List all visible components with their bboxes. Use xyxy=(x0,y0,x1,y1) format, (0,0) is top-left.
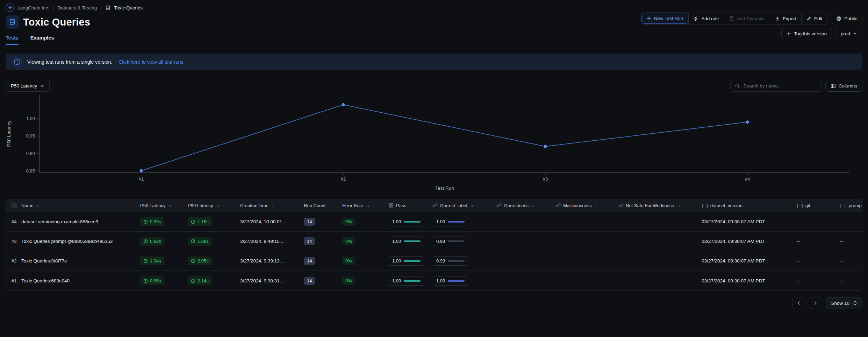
new-test-run-button[interactable]: New Test Run xyxy=(641,13,689,24)
bolt-icon xyxy=(694,16,698,21)
database-icon xyxy=(105,5,110,10)
chart-point[interactable] xyxy=(342,103,345,106)
pagination: Show 10 xyxy=(6,297,862,309)
export-button[interactable]: Export xyxy=(770,13,801,24)
chart-point[interactable] xyxy=(140,169,143,173)
add-example-button[interactable]: Add Example xyxy=(724,13,770,24)
score-box: 0.93 xyxy=(433,256,468,266)
score-box: 1.00 xyxy=(389,237,424,246)
page-size-dropdown[interactable]: Show 10 xyxy=(826,297,862,309)
public-button[interactable]: Public xyxy=(831,13,862,24)
x-tick-label: #1 xyxy=(139,176,144,182)
braces-icon: {⋯} xyxy=(797,203,803,208)
column-header-p50[interactable]: P50 Latency↑↓ xyxy=(140,203,188,208)
sort-icon[interactable]: ↑↓ xyxy=(216,203,218,208)
column-header-p99[interactable]: P99 Latency↑↓ xyxy=(188,203,240,208)
column-header-name[interactable]: Name↑↓ xyxy=(21,203,140,208)
y-tick-label: 0.90 xyxy=(26,151,35,156)
table-row[interactable]: #4dataset versioning example:856cee90.99… xyxy=(6,212,862,232)
select-all-checkbox[interactable] xyxy=(12,203,17,208)
column-label: P99 Latency xyxy=(188,203,213,208)
breadcrumb-org[interactable]: LangChain Inc. xyxy=(17,5,49,10)
add-rule-button[interactable]: Add rule xyxy=(688,13,724,24)
column-label: Name xyxy=(21,203,34,208)
version-info-banner: Viewing test runs from a single version.… xyxy=(6,54,862,70)
page-title: Toxic Queries xyxy=(23,16,90,28)
sort-icon[interactable]: ↑↓ xyxy=(532,203,534,208)
clock-icon xyxy=(143,239,148,244)
column-header-prompt: {⋯}prompt xyxy=(840,203,862,208)
sort-icon[interactable]: ↑↓ xyxy=(595,203,597,208)
column-header-creation[interactable]: Creation Time↓ xyxy=(240,203,304,208)
pass-score: 1.00 xyxy=(389,256,433,266)
stepper-icon xyxy=(853,301,857,306)
dataset-icon xyxy=(6,15,19,29)
search-input[interactable] xyxy=(744,83,817,89)
column-label: Pass xyxy=(396,203,406,208)
view-all-test-runs-link[interactable]: Click here to view all test runs xyxy=(119,59,183,65)
sort-icon[interactable]: ↑↓ xyxy=(470,203,473,208)
table-row[interactable]: #1Toxic Queries:683e0400.85s2.14s3/27/20… xyxy=(6,271,862,290)
sort-icon[interactable]: ↑↓ xyxy=(366,203,369,208)
column-header-correct_label[interactable]: Correct_label↑↓ xyxy=(433,203,497,208)
link-icon xyxy=(556,203,561,208)
column-header-correctness[interactable]: Correctness↑↓ xyxy=(497,203,556,208)
select-all-cell[interactable] xyxy=(6,203,21,208)
search-input-wrapper xyxy=(730,80,822,92)
table-row[interactable]: #2Toxic Queries:fb8f77e1.04s2.05s3/27/20… xyxy=(6,251,862,271)
run-rank: #2 xyxy=(6,258,21,264)
table-header-row: Name↑↓P50 Latency↑↓P99 Latency↑↓Creation… xyxy=(6,199,862,212)
link-icon xyxy=(618,203,623,208)
columns-button[interactable]: Columns xyxy=(825,80,862,92)
column-header-nsfw[interactable]: Not Safe For Workiness↑↓ xyxy=(618,203,702,208)
x-tick-label: #3 xyxy=(543,176,548,182)
pass-score: 1.00 xyxy=(389,237,433,246)
column-label: prompt xyxy=(849,203,862,208)
column-header-maliciousness[interactable]: Maliciousness↑↓ xyxy=(556,203,618,208)
sort-icon[interactable]: ↑↓ xyxy=(677,203,680,208)
action-button-group: New Test Run Add rule Add Example xyxy=(641,13,828,24)
dataset-version: 03/27/2024, 09:38:07 AM PDT xyxy=(702,239,797,244)
next-page-button[interactable] xyxy=(809,297,822,309)
chart-point[interactable] xyxy=(544,145,547,148)
p50-latency-badge: 0.85s xyxy=(140,276,188,285)
tab-examples[interactable]: Examples xyxy=(30,35,54,45)
breadcrumb-section[interactable]: Datasets & Testing xyxy=(58,5,97,10)
error-rate-badge: 0% xyxy=(342,218,389,226)
column-label: P50 Latency xyxy=(140,203,165,208)
prev-page-button[interactable] xyxy=(792,297,805,309)
chart-point[interactable] xyxy=(746,120,749,124)
creation-time: 3/27/2024, 9:49:15 ... xyxy=(240,239,304,244)
git-metadata: -- xyxy=(797,219,840,224)
creation-time: 3/27/2024, 10:00:01... xyxy=(240,219,304,224)
tag-this-version-button[interactable]: Tag this version xyxy=(781,28,832,39)
y-tick-label: 0.85 xyxy=(26,168,35,174)
p99-latency-badge: 1.89s xyxy=(188,237,240,246)
dataset-version: 03/27/2024, 09:38:07 AM PDT xyxy=(702,219,797,224)
y-tick-label: 0.95 xyxy=(26,133,35,139)
version-tag-dropdown[interactable]: prod xyxy=(835,28,862,39)
sort-icon[interactable]: ↑↓ xyxy=(168,203,171,208)
column-header-git: {⋯}git xyxy=(797,203,840,208)
column-header-error_rate[interactable]: Error Rate↑↓ xyxy=(342,203,389,208)
sort-desc-icon[interactable]: ↓ xyxy=(272,203,274,208)
info-icon xyxy=(13,58,21,66)
grid-icon xyxy=(389,203,394,208)
column-header-run_count: Run Count xyxy=(304,203,342,208)
chevron-right-icon: › xyxy=(53,5,54,10)
run-name: Toxic Queries:fb8f77e xyxy=(21,258,140,264)
test-runs-table: Name↑↓P50 Latency↑↓P99 Latency↑↓Creation… xyxy=(6,199,862,291)
column-label: Not Safe For Workiness xyxy=(626,203,674,208)
tab-tests[interactable]: Tests xyxy=(6,35,19,45)
correct-label-score: 0.93 xyxy=(433,256,497,266)
metric-selector-dropdown[interactable]: P50 Latency xyxy=(6,80,50,92)
column-label: git xyxy=(805,203,810,208)
sort-icon[interactable]: ↑↓ xyxy=(37,203,39,208)
run-count-badge: 14 xyxy=(304,218,342,226)
table-row[interactable]: #3Toxic Queries prompt @8d80588e:b495152… xyxy=(6,232,862,251)
clock-icon xyxy=(191,239,195,244)
org-avatar-icon[interactable] xyxy=(6,3,14,12)
run-rank: #4 xyxy=(6,219,21,224)
pencil-icon xyxy=(806,16,811,21)
edit-button[interactable]: Edit xyxy=(801,13,827,24)
